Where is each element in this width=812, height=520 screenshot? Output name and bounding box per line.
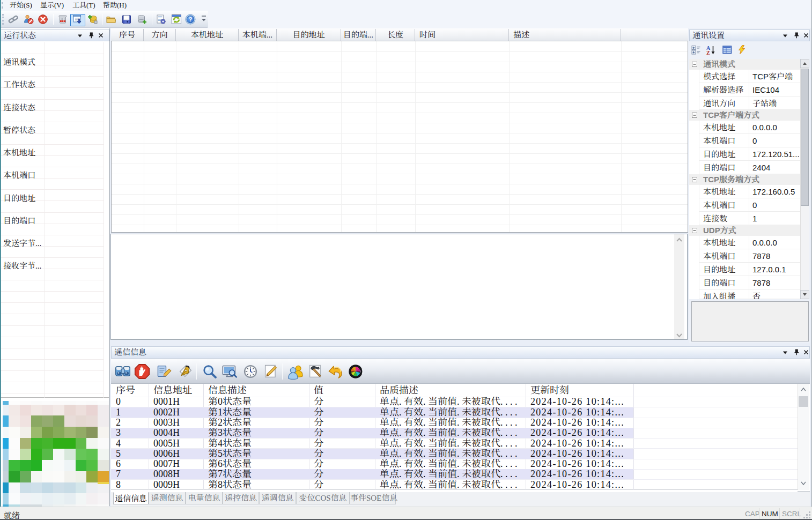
svg-text:?: ?	[188, 16, 192, 23]
svg-text:Z: Z	[706, 50, 710, 55]
